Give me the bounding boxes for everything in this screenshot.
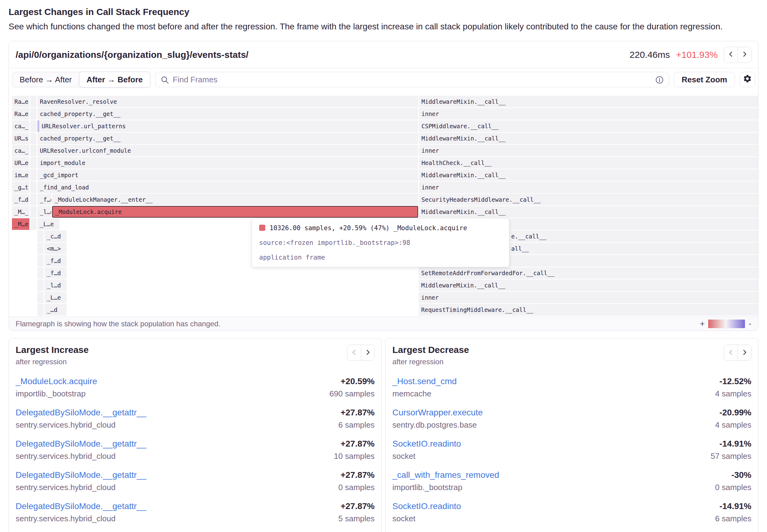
flame-frame[interactable] (37, 267, 43, 279)
function-module: socket (393, 512, 416, 525)
settings-button[interactable] (740, 72, 755, 87)
flame-frame[interactable]: import_module (37, 157, 418, 169)
chevron-right-icon (742, 51, 747, 58)
flame-frame[interactable] (30, 96, 36, 107)
function-link[interactable]: DelegatedBySiloMode.__getattr__ (16, 438, 146, 450)
flame-frame[interactable]: Ra…e (12, 108, 29, 120)
flame-frame[interactable]: _…d (44, 304, 66, 316)
flame-frame[interactable] (37, 279, 43, 291)
flame-frame[interactable] (30, 182, 36, 193)
flame-frame[interactable] (37, 230, 43, 242)
function-link[interactable]: _ModuleLock.acquire (16, 375, 97, 388)
find-frames-search (155, 72, 669, 87)
flame-frame[interactable]: _L…e (44, 292, 66, 303)
function-link[interactable]: _call_with_frames_removed (393, 469, 499, 481)
endpoint-pager (724, 47, 751, 63)
function-link[interactable]: CursorWrapper.execute (393, 406, 483, 419)
flame-frame[interactable]: SecurityHeadersMiddleware.__call__ (419, 194, 758, 205)
function-link[interactable]: DelegatedBySiloMode.__getattr__ (16, 406, 146, 419)
legend-minus-label: - (749, 319, 751, 328)
flame-frame[interactable]: MiddlewareMixin.__call__ (419, 96, 758, 107)
info-icon[interactable] (655, 76, 664, 85)
flame-frame[interactable]: im…e (12, 169, 29, 181)
reset-zoom-button[interactable]: Reset Zoom (674, 72, 735, 87)
flame-frame[interactable] (37, 292, 43, 303)
flame-frame[interactable] (30, 157, 36, 169)
flame-frame[interactable]: _find_and_load (37, 182, 418, 193)
prev-button[interactable] (724, 47, 738, 62)
flame-frame[interactable]: RequestTimingMiddleware.__call__ (419, 304, 758, 316)
flame-frame[interactable] (30, 194, 36, 205)
flame-frame[interactable]: URLResolver.url_patterns (37, 120, 418, 132)
flame-frame[interactable]: Ra…e (12, 96, 29, 107)
toggle-after-before[interactable]: After → Before (79, 72, 150, 88)
function-module: socket (393, 450, 416, 462)
flame-frame[interactable] (30, 133, 36, 144)
flame-spacer (12, 304, 36, 316)
next-button[interactable] (361, 345, 374, 360)
flame-frame[interactable]: _gcd_import (37, 169, 418, 181)
flame-frame[interactable]: MiddlewareMixin.__call__ (419, 206, 758, 218)
flame-frame[interactable]: SetRemoteAddrFromForwardedFor.__call__ (419, 267, 758, 279)
flame-frame[interactable] (30, 169, 36, 181)
sample-count: 0 samples (715, 481, 752, 493)
function-link[interactable]: _Host.send_cmd (393, 375, 457, 388)
function-link[interactable]: DelegatedBySiloMode.__getattr__ (16, 500, 146, 512)
flame-frame[interactable]: _f…d (44, 255, 66, 267)
flame-frame[interactable]: inner (419, 182, 758, 193)
flame-frame[interactable]: MiddlewareMixin.__call__ (419, 279, 758, 291)
flame-frame[interactable]: _f…d (37, 194, 51, 205)
function-link[interactable]: DelegatedBySiloMode.__getattr__ (16, 469, 146, 481)
flame-frame[interactable]: MiddlewareMixin.__call__ (419, 169, 758, 181)
function-link[interactable]: SocketIO.readinto (393, 500, 461, 512)
legend-gradient (708, 320, 745, 328)
flame-frame[interactable] (30, 218, 36, 230)
flame-frame[interactable] (30, 206, 36, 218)
next-button[interactable] (738, 47, 751, 62)
sample-count: 690 samples (329, 388, 374, 400)
flame-frame[interactable]: _f…d (44, 267, 66, 279)
flame-frame[interactable]: inner (419, 145, 758, 156)
flame-frame[interactable]: UR…s (12, 133, 29, 144)
flame-frame[interactable]: MiddlewareMixin.__call__ (419, 133, 758, 144)
flame-frame[interactable]: ca…_ (12, 120, 29, 132)
flame-frame[interactable] (30, 108, 36, 120)
flame-frame[interactable]: inner (419, 292, 758, 303)
flamegraph-row: _M…__l…d_ModuleLock.acquireMiddlewareMix… (12, 206, 758, 218)
search-input[interactable] (156, 72, 669, 87)
flame-frame[interactable]: ca…_ (12, 145, 29, 156)
flame-frame[interactable]: _M…_ (12, 206, 29, 218)
flame-frame[interactable]: _l…d (44, 279, 66, 291)
flame-frame[interactable]: _l…d (37, 206, 51, 218)
flame-frame[interactable]: cached_property.__get__ (37, 108, 418, 120)
flame-frame[interactable] (30, 120, 36, 132)
flame-frame[interactable] (37, 255, 43, 267)
prev-button[interactable] (347, 345, 361, 360)
flame-frame[interactable]: _L…e (37, 218, 59, 230)
flame-frame[interactable]: _f…d (12, 194, 29, 205)
flame-frame[interactable]: cached_property.__get__ (37, 133, 418, 144)
flame-frame[interactable]: CSPMiddleware.__call__ (419, 120, 758, 132)
prev-button[interactable] (724, 345, 738, 360)
sample-count: 4 samples (715, 388, 752, 400)
function-list: _Host.send_cmd-12.52%memcache4 samplesCu… (393, 375, 751, 525)
flame-frame[interactable]: <m…> (44, 243, 66, 254)
flame-frame[interactable]: _ModuleLock.acquire (52, 206, 418, 218)
flame-frame[interactable]: _c…d (44, 230, 66, 242)
flame-frame[interactable]: HealthCheck.__call__ (419, 157, 758, 169)
flame-frame[interactable]: _ModuleLockManager.__enter__ (52, 194, 418, 205)
flamegraph-row: ca…_URLResolver.urlconf_moduleinner (12, 145, 758, 156)
function-module: memcache (393, 388, 431, 400)
flame-frame[interactable] (37, 243, 43, 254)
flame-frame[interactable]: RavenResolver._resolve (37, 96, 418, 107)
flame-frame[interactable]: UR…e (12, 157, 29, 169)
flame-frame[interactable]: URLResolver.urlconf_module (37, 145, 418, 156)
flame-frame[interactable]: _M…e (12, 218, 29, 230)
next-button[interactable] (738, 345, 751, 360)
function-link[interactable]: SocketIO.readinto (393, 438, 461, 450)
flame-frame[interactable] (30, 145, 36, 156)
flame-frame[interactable]: inner (419, 108, 758, 120)
flame-frame[interactable] (37, 304, 43, 316)
toggle-before-after[interactable]: Before → After (12, 72, 79, 87)
flame-frame[interactable]: _g…t (12, 182, 29, 193)
